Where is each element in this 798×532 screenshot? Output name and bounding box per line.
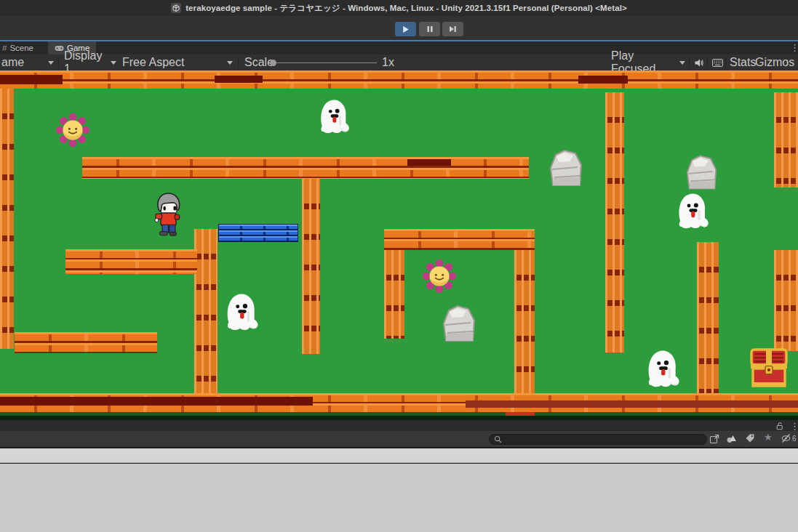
column-b	[302, 179, 320, 354]
bottom-pane-header: ⋮	[0, 419, 798, 432]
filter-by-label-icon[interactable]	[745, 433, 755, 443]
chevron-down-icon	[48, 61, 54, 65]
chevron-down-icon	[227, 61, 233, 65]
tab-row: # Scene Game ⋮	[0, 40, 798, 55]
scene-tab-icon: #	[2, 44, 7, 52]
rock-sprite	[547, 148, 585, 188]
flower-sprite	[422, 258, 457, 294]
unity-project-icon	[171, 3, 181, 13]
tab-scene[interactable]: # Scene	[0, 41, 40, 55]
ghost-sprite	[224, 291, 260, 331]
rock-sprite	[684, 151, 719, 193]
ghost-sprite	[645, 347, 682, 389]
column-g	[605, 92, 624, 352]
column-i	[774, 92, 798, 188]
brick-patch	[215, 76, 263, 83]
favorites-star-icon[interactable]: ★	[764, 432, 773, 442]
treasure-chest-sprite	[749, 347, 789, 389]
top-wall	[0, 70, 798, 89]
search-input[interactable]	[489, 434, 707, 445]
brick-patch	[578, 76, 628, 84]
game-mode-dropdown[interactable]: ame	[1, 55, 54, 70]
play-focused-dropdown[interactable]: Play Focused	[611, 55, 685, 70]
column-h	[697, 242, 719, 396]
bottom-panel-content	[0, 464, 798, 532]
display-dropdown[interactable]: Display 1	[64, 55, 116, 70]
play-button[interactable]	[395, 22, 416, 36]
blue-platform	[218, 224, 298, 242]
gamepad-icon	[55, 45, 64, 52]
platform-e	[15, 332, 157, 353]
game-viewport[interactable]	[0, 70, 798, 419]
scale-slider[interactable]	[271, 55, 377, 70]
hidden-count-icon[interactable]: 6	[781, 433, 797, 443]
chevron-down-icon	[679, 61, 685, 65]
ghost-sprite	[676, 190, 711, 230]
aspect-ratio-dropdown[interactable]: Free Aspect	[122, 55, 233, 70]
flower-sprite	[55, 112, 90, 148]
brick-patch	[0, 75, 63, 84]
stats-toggle[interactable]: Stats	[730, 55, 756, 70]
player-sprite	[152, 191, 184, 238]
brick-patch	[407, 159, 451, 166]
brick-patch	[466, 400, 798, 408]
mute-audio-icon[interactable]	[693, 55, 705, 70]
step-button[interactable]	[442, 22, 463, 36]
open-in-window-icon[interactable]	[709, 434, 719, 444]
platform-a	[82, 157, 529, 179]
filter-by-type-icon[interactable]	[726, 433, 737, 444]
platform-d	[65, 249, 197, 274]
gizmos-dropdown[interactable]: Gizmos	[755, 55, 797, 70]
red-mark	[506, 412, 535, 416]
column-f-left	[384, 250, 404, 339]
left-wall-column	[0, 89, 14, 349]
column-f-right	[514, 250, 535, 396]
window-title-bar: terakoyaedge sample - テラコヤエッジ - Windows,…	[0, 0, 798, 17]
rock-sprite	[440, 303, 478, 344]
pause-button[interactable]	[419, 22, 440, 36]
platform-f	[384, 229, 535, 250]
pane-menu-icon[interactable]: ⋮	[790, 422, 798, 431]
column-c	[194, 229, 218, 396]
brick-patch	[0, 397, 313, 406]
bottom-panel-header-band	[0, 448, 798, 463]
column-j	[774, 250, 798, 351]
scale-value: 1x	[382, 55, 394, 70]
ghost-sprite	[318, 97, 351, 134]
unlock-icon[interactable]	[775, 422, 784, 430]
window-title: terakoyaedge sample - テラコヤエッジ - Windows,…	[185, 3, 627, 14]
keyboard-icon[interactable]	[711, 55, 724, 70]
slider-knob[interactable]	[270, 60, 276, 66]
chevron-down-icon	[111, 61, 116, 65]
search-icon	[494, 435, 502, 443]
pane-menu-icon[interactable]: ⋮	[790, 43, 798, 52]
